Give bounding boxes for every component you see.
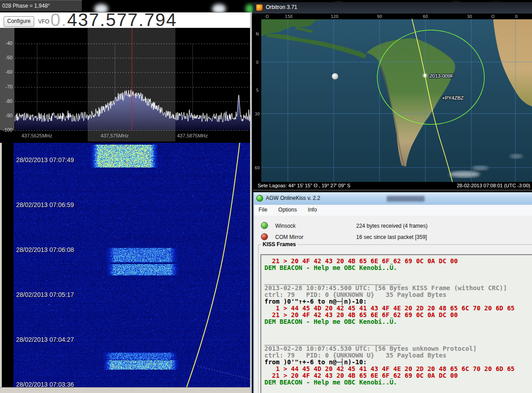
- orbitron-title-bar[interactable]: Orbitron 3.71: [253, 2, 532, 14]
- map-lon-strip: [253, 13, 532, 19]
- freq-tick-label: 437,575MHz: [101, 133, 129, 138]
- winsock-status: 224 bytes received (4 frames): [356, 223, 428, 229]
- kiss-line: ctrl: 79 PID: 0 {UNKNOWN U} 35 Payload B…: [264, 352, 532, 358]
- moon-icon: [332, 73, 338, 79]
- longitude-tick-label: 150: [285, 14, 292, 19]
- kiss-line: 21 > 20 4F 42 43 20 4B 65 6E 6F 62 69 0C…: [264, 311, 532, 318]
- phase-text: 028 Phase = 1,948°: [2, 3, 50, 9]
- agw-menu-bar: File Options Info: [254, 205, 532, 216]
- winsock-label: Winsock: [275, 223, 295, 229]
- map-cloud: [510, 154, 523, 159]
- latitude-tick-label: S: [256, 88, 259, 93]
- agw-onlinekiss-window: AGW OnlineKiss v. 2.2 File Options Info …: [253, 192, 532, 393]
- agw-client-area: Winsock 224 bytes received (4 frames) CO…: [254, 216, 532, 393]
- sdr-window-right-edge: [250, 12, 252, 393]
- com-mirror-label: COM Mirror: [275, 234, 304, 240]
- latitude-tick-label: 30: [255, 112, 260, 116]
- spectrum-panel: -40-50-60-70-80-90-100 437,5625MHz437,57…: [0, 28, 251, 141]
- latitude-tick-label: 0: [256, 60, 259, 65]
- kiss-line: [264, 331, 532, 338]
- kiss-line: ctrl: 79 PID: 0 {UNKNOWN U} 35 Payload B…: [264, 291, 532, 298]
- orbitron-window: Orbitron 3.71: [253, 2, 532, 191]
- map-lat-strip: [253, 13, 261, 182]
- agw-title: AGW OnlineKiss v. 2.2: [266, 195, 320, 201]
- db-tick-label: -70: [0, 84, 13, 89]
- com-mirror-led-icon: [261, 233, 268, 240]
- waterfall-timestamp: 28/02/2013 07:06:08: [16, 246, 74, 253]
- frequency-value: 437.577.794: [67, 10, 177, 30]
- satellite-label: 2013-009F: [429, 73, 453, 79]
- sdr-window-bottom-edge: [0, 387, 251, 393]
- waterfall-display[interactable]: [2, 143, 250, 387]
- longitude-tick-label: 0: [515, 14, 518, 19]
- vfo-label: VFO: [38, 18, 49, 25]
- winsock-led-icon: [261, 222, 268, 229]
- kiss-line: 21 > 20 4F 42 43 20 4B 65 6E 6F 62 69 0C…: [264, 372, 532, 379]
- kiss-line: 21 > 20 4F 42 43 20 4B 65 6E 6F 62 69 0C…: [264, 257, 532, 264]
- sdr-header: Configure VFO 0.437.577.794: [0, 12, 251, 28]
- waterfall-timestamp: 28/02/2013 07:04:27: [16, 336, 74, 343]
- titlebar-glass-smudge: [387, 196, 425, 202]
- map-cloud: [472, 166, 488, 170]
- kiss-line: 2013-02-28 10:07:45.500 UTC: [56 Bytes K…: [264, 284, 532, 291]
- menu-info[interactable]: Info: [304, 205, 322, 215]
- spectrum-display[interactable]: [0, 28, 250, 141]
- db-tick-label: -60: [0, 69, 13, 75]
- vfo-frequency-display[interactable]: 0.437.577.794: [50, 10, 177, 30]
- configure-button[interactable]: Configure: [4, 16, 34, 27]
- waterfall-timestamp: 28/02/2013 07:06:59: [16, 201, 74, 208]
- db-tick-label: -40: [0, 40, 13, 46]
- latitude-tick-label: 60: [255, 166, 260, 170]
- kiss-line: 2013-02-28 10:07:45.530 UTC: [56 Bytes u…: [264, 345, 532, 352]
- satellite-map[interactable]: O150120906030O0N0S3060 2013-009F +PY4ZBZ: [253, 13, 532, 182]
- kiss-frames-group-label: KISS Frames: [261, 241, 297, 247]
- db-tick-label: -100: [0, 127, 13, 132]
- db-tick-label: -80: [0, 98, 13, 104]
- agw-title-bar[interactable]: AGW OnlineKiss v. 2.2: [254, 192, 532, 205]
- ground-station-label: +PY4ZBZ: [442, 95, 464, 101]
- db-tick-label: -90: [0, 113, 13, 118]
- kiss-line: from )0'"↑+-6 to n@─┤n)-10:: [264, 358, 532, 365]
- kiss-line: DEM BEACON - Help me OBC Kenobi..Ü.: [264, 379, 532, 385]
- kiss-line: 1 > 44 45 4D 20 42 45 41 43 4F 4E 20 2D …: [264, 365, 532, 372]
- kiss-frames-text[interactable]: 21 > 20 4F 42 43 20 4B 65 6E 6F 62 69 0C…: [260, 254, 532, 393]
- orbitron-clock: 28-02-2013 07:08:01 (UTC -3:00): [457, 183, 530, 188]
- longitude-tick-label: 90: [377, 14, 382, 19]
- longitude-tick-label: 60: [423, 14, 428, 19]
- kiss-line: from )0'"↑+-6 to n@─┤n)-10:: [264, 298, 532, 305]
- map-cloud: [449, 171, 480, 177]
- kiss-line: DEM BEACON - Help me OBC Kenobi..Ü.: [264, 318, 532, 325]
- orbitron-window-bottom-edge: [253, 190, 532, 191]
- com-mirror-status: 16 sec since last packet [359]: [356, 234, 427, 240]
- frequency-prefix: 0.: [50, 10, 67, 30]
- orbitron-app-icon: [256, 4, 263, 11]
- longitude-tick-label: 120: [331, 14, 338, 19]
- waterfall-timestamp: 28/02/2013 07:05:17: [16, 291, 74, 298]
- kiss-line: 1 > 44 45 4D 20 42 45 41 43 4F 4E 20 2D …: [264, 305, 532, 311]
- longitude-tick-label: O: [265, 14, 268, 19]
- kiss-line: ____________________________________: [264, 278, 532, 284]
- menu-options[interactable]: Options: [274, 205, 301, 215]
- kiss-line: [264, 325, 532, 331]
- orbitron-status-bar: Sete Lagoas: 44° 15' 15'' O , 19° 27' 09…: [253, 182, 532, 190]
- freq-tick-label: 437,5625MHz: [22, 133, 53, 138]
- kiss-line: [264, 271, 532, 278]
- satellite-dot[interactable]: [424, 74, 426, 77]
- orbitron-station-coordinates: Sete Lagoas: 44° 15' 15'' O , 19° 27' 09…: [258, 183, 350, 188]
- orbitron-title: Orbitron 3.71: [266, 4, 297, 10]
- freq-tick-label: 437,5875MHz: [177, 133, 208, 138]
- longitude-tick-label: O: [491, 14, 494, 19]
- longitude-tick-label: 30: [467, 14, 472, 19]
- db-tick-label: -50: [0, 55, 13, 60]
- kiss-line: DEM BEACON - Help me OBC Kenobi..Ü.: [264, 264, 532, 271]
- menu-file[interactable]: File: [254, 205, 272, 215]
- latitude-tick-label: N: [256, 32, 259, 36]
- kiss-line: ____________________________________: [264, 338, 532, 345]
- waterfall-panel: 28/02/2013 07:07:4928/02/2013 07:06:5928…: [0, 143, 251, 387]
- waterfall-timestamp: 28/02/2013 07:07:49: [16, 156, 74, 163]
- agw-app-icon: [256, 195, 263, 202]
